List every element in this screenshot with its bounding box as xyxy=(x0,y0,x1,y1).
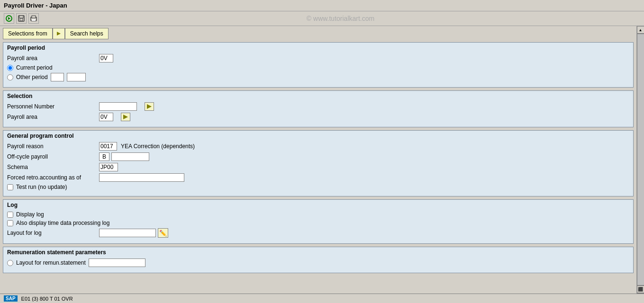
svg-marker-7 xyxy=(57,32,61,36)
schema-input[interactable] xyxy=(99,163,118,171)
payroll-area-row: Payroll area xyxy=(7,54,629,62)
scroll-resize[interactable]: ⬛ xyxy=(637,285,644,293)
title-bar: Payroll Driver - Japan xyxy=(0,0,644,11)
personnel-number-matchcode[interactable] xyxy=(145,102,154,111)
svg-rect-5 xyxy=(32,16,36,18)
layout-remun-row: Layout for remun.statement xyxy=(7,258,629,267)
remuneration-title: Remuneration statement parameters xyxy=(7,249,629,256)
display-log-row: Display log xyxy=(7,211,629,218)
selection-payroll-area-label: Payroll area xyxy=(7,114,97,120)
current-period-label: Current period xyxy=(16,64,53,71)
offcycle-payroll-row: Off-cycle payroll xyxy=(7,152,629,161)
button-row: Selections from Search helps xyxy=(3,28,634,39)
other-period-row: Other period xyxy=(7,73,629,81)
other-period-label: Other period xyxy=(16,74,48,80)
personnel-number-row: Personnel Number xyxy=(7,102,629,111)
payroll-reason-label: Payroll reason xyxy=(7,143,97,150)
test-run-checkbox[interactable] xyxy=(7,184,13,190)
current-period-row: Current period xyxy=(7,64,629,71)
log-title: Log xyxy=(7,202,629,208)
test-run-row: Test run (no update) xyxy=(7,184,629,190)
status-text: E01 (3) 800 T 01 OVR xyxy=(21,296,73,301)
layout-pencil-button[interactable]: ✏️ xyxy=(158,228,168,238)
selection-payroll-area-input[interactable] xyxy=(99,113,113,121)
payroll-reason-text: YEA Correction (dependents) xyxy=(121,143,195,150)
also-display-checkbox[interactable] xyxy=(7,220,13,226)
test-run-label: Test run (no update) xyxy=(16,184,67,190)
other-period-radio[interactable] xyxy=(7,74,13,80)
general-program-title: General program control xyxy=(7,133,629,139)
payroll-reason-row: Payroll reason YEA Correction (dependent… xyxy=(7,142,629,151)
forced-retro-row: Forced retro.accounting as of xyxy=(7,173,629,182)
layout-for-log-input[interactable] xyxy=(99,229,156,237)
window-title: Payroll Driver - Japan xyxy=(4,2,67,9)
offcycle-payroll-label: Off-cycle payroll xyxy=(7,153,97,160)
schema-row: Schema xyxy=(7,163,629,171)
general-program-section: General program control Payroll reason Y… xyxy=(3,130,634,196)
log-section: Log Display log Also display time data p… xyxy=(3,199,634,244)
offcycle-extra-input[interactable] xyxy=(111,152,149,161)
scroll-up[interactable]: ▲ xyxy=(637,26,644,34)
layout-remun-radio[interactable] xyxy=(7,260,13,266)
current-period-radio[interactable] xyxy=(7,65,13,71)
personnel-number-input[interactable] xyxy=(99,102,137,111)
svg-rect-6 xyxy=(32,19,36,21)
toolbar-icon-2[interactable] xyxy=(16,13,27,24)
remuneration-section: Remuneration statement parameters Layout… xyxy=(3,247,634,273)
toolbar: © www.tutorialkart.com xyxy=(0,11,644,26)
other-period-input2[interactable] xyxy=(67,73,86,81)
scrollbar: ▲ ⬛ ▼ xyxy=(636,26,644,301)
forced-retro-input[interactable] xyxy=(99,173,184,182)
watermark: © www.tutorialkart.com xyxy=(41,15,640,22)
search-helps-button[interactable]: Search helps xyxy=(65,28,109,39)
svg-rect-2 xyxy=(19,16,23,18)
also-display-row: Also display time data processing log xyxy=(7,220,629,226)
toolbar-icon-1[interactable] xyxy=(4,13,14,24)
display-log-checkbox[interactable] xyxy=(7,212,13,218)
svg-marker-9 xyxy=(123,115,128,119)
main-layout: Selections from Search helps Payroll per… xyxy=(0,26,644,301)
payroll-period-title: Payroll period xyxy=(7,45,629,51)
payroll-area-input[interactable] xyxy=(99,54,113,62)
svg-marker-8 xyxy=(147,104,152,109)
selection-title: Selection xyxy=(7,93,629,99)
payroll-period-section: Payroll period Payroll area Current peri… xyxy=(3,42,634,88)
layout-remun-label: Layout for remun.statement xyxy=(16,259,86,266)
display-log-label: Display log xyxy=(16,211,44,218)
layout-for-log-row: Layout for log ✏️ xyxy=(7,228,629,238)
offcycle-b-input[interactable] xyxy=(99,152,109,161)
selection-payroll-area-row: Payroll area xyxy=(7,113,629,121)
content-area: Selections from Search helps Payroll per… xyxy=(0,26,636,301)
other-period-input1[interactable] xyxy=(51,73,64,81)
schema-label: Schema xyxy=(7,164,97,170)
payroll-area-label: Payroll area xyxy=(7,55,97,62)
svg-rect-3 xyxy=(20,18,23,21)
payroll-reason-code-input[interactable] xyxy=(99,142,117,151)
scroll-track[interactable] xyxy=(637,34,644,285)
toolbar-icon-3[interactable] xyxy=(28,13,39,24)
status-bar: SAP E01 (3) 800 T 01 OVR xyxy=(0,294,644,301)
layout-remun-input[interactable] xyxy=(89,258,145,267)
sap-logo: SAP xyxy=(4,295,18,301)
forced-retro-label: Forced retro.accounting as of xyxy=(7,174,97,181)
search-helps-arrow[interactable] xyxy=(53,28,65,39)
selection-section: Selection Personnel Number Payroll area xyxy=(3,90,634,127)
personnel-number-label: Personnel Number xyxy=(7,103,97,110)
also-display-label: Also display time data processing log xyxy=(16,220,109,226)
selections-from-button[interactable]: Selections from xyxy=(3,28,53,39)
selection-payroll-area-matchcode[interactable] xyxy=(121,113,130,121)
layout-for-log-label: Layout for log xyxy=(7,230,97,236)
